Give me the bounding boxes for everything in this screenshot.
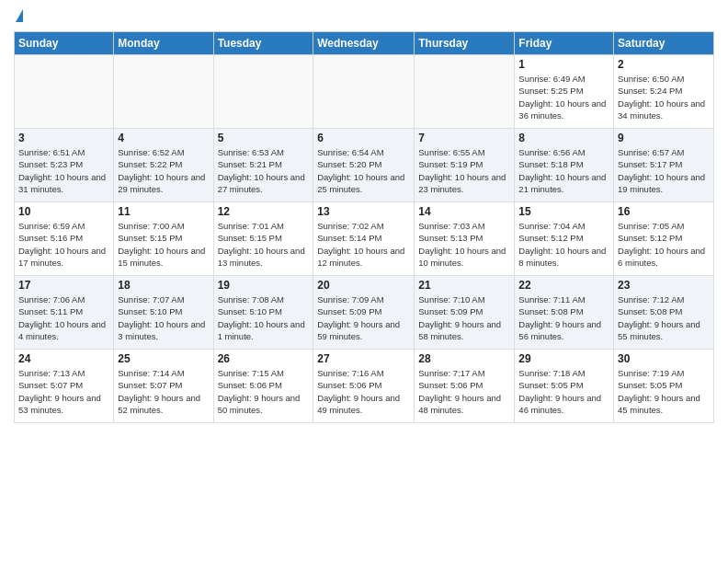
calendar-cell: 26Sunrise: 7:15 AM Sunset: 5:06 PM Dayli… [213,350,313,423]
page: SundayMondayTuesdayWednesdayThursdayFrid… [0,0,728,563]
calendar-cell: 8Sunrise: 6:56 AM Sunset: 5:18 PM Daylig… [515,129,614,202]
day-number: 10 [18,205,109,218]
day-number: 4 [118,132,209,144]
day-number: 2 [618,58,710,71]
day-number: 27 [317,352,410,365]
week-row-2: 3Sunrise: 6:51 AM Sunset: 5:23 PM Daylig… [15,129,714,202]
calendar-cell: 13Sunrise: 7:02 AM Sunset: 5:14 PM Dayli… [313,202,415,276]
day-number: 18 [118,279,209,292]
calendar-table: SundayMondayTuesdayWednesdayThursdayFrid… [14,31,714,423]
calendar-cell: 9Sunrise: 6:57 AM Sunset: 5:17 PM Daylig… [614,129,714,202]
calendar-cell: 18Sunrise: 7:07 AM Sunset: 5:10 PM Dayli… [114,276,213,350]
logo [14,9,23,24]
calendar-cell: 30Sunrise: 7:19 AM Sunset: 5:05 PM Dayli… [614,350,714,423]
calendar-cell [313,55,415,129]
calendar-cell: 25Sunrise: 7:14 AM Sunset: 5:07 PM Dayli… [114,350,213,423]
day-info: Sunrise: 6:59 AM Sunset: 5:16 PM Dayligh… [18,220,109,269]
calendar-cell: 2Sunrise: 6:50 AM Sunset: 5:24 PM Daylig… [614,55,714,129]
day-number: 14 [418,205,510,218]
calendar-cell: 14Sunrise: 7:03 AM Sunset: 5:13 PM Dayli… [415,202,515,276]
calendar-cell: 24Sunrise: 7:13 AM Sunset: 5:07 PM Dayli… [15,350,114,423]
week-row-4: 17Sunrise: 7:06 AM Sunset: 5:11 PM Dayli… [15,276,714,350]
calendar-cell: 23Sunrise: 7:12 AM Sunset: 5:08 PM Dayli… [614,276,714,350]
calendar-cell [15,55,114,129]
day-info: Sunrise: 7:08 AM Sunset: 5:10 PM Dayligh… [218,293,310,342]
day-info: Sunrise: 7:05 AM Sunset: 5:12 PM Dayligh… [618,220,710,269]
header [14,9,714,24]
day-info: Sunrise: 6:52 AM Sunset: 5:22 PM Dayligh… [118,146,209,195]
day-info: Sunrise: 7:00 AM Sunset: 5:15 PM Dayligh… [118,220,209,269]
calendar-cell: 7Sunrise: 6:55 AM Sunset: 5:19 PM Daylig… [415,129,515,202]
day-info: Sunrise: 6:55 AM Sunset: 5:19 PM Dayligh… [418,146,510,195]
day-number: 5 [218,132,310,144]
day-info: Sunrise: 7:17 AM Sunset: 5:06 PM Dayligh… [418,367,510,416]
week-row-5: 24Sunrise: 7:13 AM Sunset: 5:07 PM Dayli… [15,350,714,423]
calendar-cell: 17Sunrise: 7:06 AM Sunset: 5:11 PM Dayli… [15,276,114,350]
calendar-cell: 5Sunrise: 6:53 AM Sunset: 5:21 PM Daylig… [213,129,313,202]
day-info: Sunrise: 7:12 AM Sunset: 5:08 PM Dayligh… [618,293,710,342]
calendar-cell: 28Sunrise: 7:17 AM Sunset: 5:06 PM Dayli… [415,350,515,423]
day-info: Sunrise: 7:13 AM Sunset: 5:07 PM Dayligh… [18,367,109,416]
day-info: Sunrise: 7:11 AM Sunset: 5:08 PM Dayligh… [518,293,609,342]
weekday-header-wednesday: Wednesday [313,32,415,55]
calendar-cell: 11Sunrise: 7:00 AM Sunset: 5:15 PM Dayli… [114,202,213,276]
calendar-cell: 3Sunrise: 6:51 AM Sunset: 5:23 PM Daylig… [15,129,114,202]
day-info: Sunrise: 6:51 AM Sunset: 5:23 PM Dayligh… [18,146,109,195]
week-row-3: 10Sunrise: 6:59 AM Sunset: 5:16 PM Dayli… [15,202,714,276]
day-info: Sunrise: 7:06 AM Sunset: 5:11 PM Dayligh… [18,293,109,342]
day-info: Sunrise: 7:03 AM Sunset: 5:13 PM Dayligh… [418,220,510,269]
day-number: 9 [618,132,710,144]
calendar-cell [415,55,515,129]
day-info: Sunrise: 6:49 AM Sunset: 5:25 PM Dayligh… [518,73,609,121]
day-info: Sunrise: 7:04 AM Sunset: 5:12 PM Dayligh… [518,220,609,269]
day-info: Sunrise: 7:16 AM Sunset: 5:06 PM Dayligh… [317,367,410,416]
day-number: 23 [618,279,710,292]
calendar-cell: 22Sunrise: 7:11 AM Sunset: 5:08 PM Dayli… [515,276,614,350]
day-info: Sunrise: 6:56 AM Sunset: 5:18 PM Dayligh… [518,146,609,195]
day-number: 12 [218,205,310,218]
day-number: 30 [618,352,710,365]
calendar-cell: 12Sunrise: 7:01 AM Sunset: 5:15 PM Dayli… [213,202,313,276]
day-info: Sunrise: 6:50 AM Sunset: 5:24 PM Dayligh… [618,73,710,121]
calendar-cell [213,55,313,129]
day-number: 26 [218,352,310,365]
day-info: Sunrise: 7:19 AM Sunset: 5:05 PM Dayligh… [618,367,710,416]
calendar-cell [114,55,213,129]
day-number: 16 [618,205,710,218]
calendar-cell: 21Sunrise: 7:10 AM Sunset: 5:09 PM Dayli… [415,276,515,350]
day-number: 7 [418,132,510,144]
weekday-header-monday: Monday [114,32,213,55]
weekday-header-friday: Friday [515,32,614,55]
day-number: 6 [317,132,410,144]
day-number: 22 [518,279,609,292]
calendar-cell: 20Sunrise: 7:09 AM Sunset: 5:09 PM Dayli… [313,276,415,350]
day-info: Sunrise: 7:14 AM Sunset: 5:07 PM Dayligh… [118,367,209,416]
weekday-header-sunday: Sunday [15,32,114,55]
day-number: 15 [518,205,609,218]
weekday-header-thursday: Thursday [415,32,515,55]
calendar-cell: 1Sunrise: 6:49 AM Sunset: 5:25 PM Daylig… [515,55,614,129]
calendar-cell: 19Sunrise: 7:08 AM Sunset: 5:10 PM Dayli… [213,276,313,350]
day-info: Sunrise: 7:01 AM Sunset: 5:15 PM Dayligh… [218,220,310,269]
calendar-cell: 4Sunrise: 6:52 AM Sunset: 5:22 PM Daylig… [114,129,213,202]
day-number: 21 [418,279,510,292]
day-number: 19 [218,279,310,292]
day-info: Sunrise: 7:09 AM Sunset: 5:09 PM Dayligh… [317,293,410,342]
weekday-header-saturday: Saturday [614,32,714,55]
day-number: 25 [118,352,209,365]
day-number: 11 [118,205,209,218]
day-number: 28 [418,352,510,365]
day-info: Sunrise: 7:10 AM Sunset: 5:09 PM Dayligh… [418,293,510,342]
day-info: Sunrise: 7:07 AM Sunset: 5:10 PM Dayligh… [118,293,209,342]
day-number: 1 [518,58,609,71]
calendar-cell: 15Sunrise: 7:04 AM Sunset: 5:12 PM Dayli… [515,202,614,276]
day-number: 13 [317,205,410,218]
day-number: 17 [18,279,109,292]
day-info: Sunrise: 7:15 AM Sunset: 5:06 PM Dayligh… [218,367,310,416]
day-info: Sunrise: 7:02 AM Sunset: 5:14 PM Dayligh… [317,220,410,269]
day-info: Sunrise: 7:18 AM Sunset: 5:05 PM Dayligh… [518,367,609,416]
calendar-cell: 29Sunrise: 7:18 AM Sunset: 5:05 PM Dayli… [515,350,614,423]
day-info: Sunrise: 6:53 AM Sunset: 5:21 PM Dayligh… [218,146,310,195]
day-number: 24 [18,352,109,365]
logo-triangle-icon [16,9,23,22]
